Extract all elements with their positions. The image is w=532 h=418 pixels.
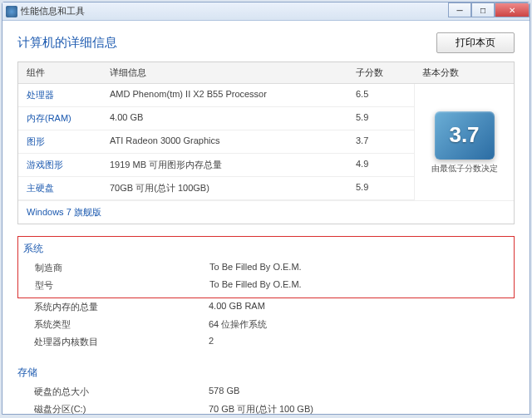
- storage-section: 存储 硬盘的总大小 578 GB 磁盘分区(C:) 70 GB 可用(总计 10…: [17, 362, 515, 414]
- system-section-cont: 系统内存的总量 4.00 GB RAM 系统类型 64 位操作系统 处理器内核数…: [17, 298, 515, 351]
- row-subscore: 5.9: [347, 107, 414, 130]
- info-row: 磁盘分区(C:) 70 GB 可用(总计 100 GB): [17, 401, 515, 414]
- app-icon: [6, 6, 17, 17]
- row-subscore: 6.5: [347, 84, 414, 106]
- info-row: 型号 To Be Filled By O.E.M.: [18, 277, 514, 294]
- titlebar: 性能信息和工具 ─ □ ✕: [2, 2, 530, 21]
- base-score-cell: 3.7 由最低子分数决定: [414, 84, 514, 200]
- info-value: 2: [209, 336, 214, 348]
- header-component: 组件: [18, 62, 101, 83]
- row-subscore: 3.7: [347, 130, 414, 153]
- row-detail: ATI Radeon 3000 Graphics: [101, 130, 347, 153]
- window: 性能信息和工具 ─ □ ✕ 计算机的详细信息 打印本页 组件 详细信息 子分数 …: [2, 2, 530, 415]
- info-value: 578 GB: [209, 386, 239, 398]
- close-button[interactable]: ✕: [495, 2, 530, 17]
- maximize-button[interactable]: □: [471, 2, 495, 17]
- row-component: 内存(RAM): [18, 107, 101, 130]
- row-detail: 70GB 可用(总计 100GB): [101, 177, 347, 199]
- info-value: 4.00 GB RAM: [209, 301, 265, 313]
- row-component: 游戏图形: [18, 154, 101, 176]
- score-row: 图形 ATI Radeon 3000 Graphics 3.7: [18, 130, 414, 154]
- score-row: 处理器 AMD Phenom(tm) II X2 B55 Processor 6…: [18, 84, 414, 107]
- info-value: 64 位操作系统: [209, 318, 267, 331]
- system-section: 系统 制造商 To Be Filled By O.E.M. 型号 To Be F…: [17, 236, 515, 298]
- info-value: To Be Filled By O.E.M.: [209, 279, 302, 292]
- score-table-body: 处理器 AMD Phenom(tm) II X2 B55 Processor 6…: [18, 84, 514, 200]
- info-label: 硬盘的总大小: [34, 386, 209, 398]
- score-rows: 处理器 AMD Phenom(tm) II X2 B55 Processor 6…: [18, 84, 414, 200]
- system-section-title: 系统: [18, 239, 514, 259]
- row-subscore: 4.9: [347, 154, 414, 176]
- info-row: 制造商 To Be Filled By O.E.M.: [18, 259, 514, 277]
- score-row: 主硬盘 70GB 可用(总计 100GB) 5.9: [18, 177, 414, 200]
- info-row: 系统内存的总量 4.00 GB RAM: [17, 298, 515, 316]
- base-score-value: 3.7: [449, 122, 479, 148]
- info-label: 型号: [35, 279, 209, 292]
- content-area: 计算机的详细信息 打印本页 组件 详细信息 子分数 基本分数 处理器 AMD P…: [2, 21, 530, 414]
- window-controls: ─ □ ✕: [448, 2, 530, 17]
- info-value: To Be Filled By O.E.M.: [209, 262, 302, 274]
- base-score-caption: 由最低子分数决定: [431, 163, 498, 174]
- score-row: 游戏图形 1919 MB 可用图形内存总量 4.9: [18, 154, 414, 177]
- minimize-button[interactable]: ─: [448, 2, 471, 17]
- score-table-header: 组件 详细信息 子分数 基本分数: [18, 62, 514, 84]
- info-row: 硬盘的总大小 578 GB: [17, 383, 515, 401]
- info-label: 系统内存的总量: [34, 301, 209, 313]
- row-detail: 4.00 GB: [101, 107, 347, 130]
- info-label: 制造商: [35, 262, 209, 274]
- print-button[interactable]: 打印本页: [436, 32, 515, 53]
- score-table: 组件 详细信息 子分数 基本分数 处理器 AMD Phenom(tm) II X…: [17, 61, 515, 224]
- info-label: 系统类型: [34, 318, 209, 331]
- page-title: 计算机的详细信息: [17, 35, 117, 51]
- row-component: 主硬盘: [18, 177, 101, 199]
- row-component: 处理器: [18, 84, 101, 106]
- score-row: 内存(RAM) 4.00 GB 5.9: [18, 107, 414, 130]
- info-label: 处理器内核数目: [34, 336, 209, 348]
- header-detail: 详细信息: [101, 62, 347, 83]
- info-row: 处理器内核数目 2: [17, 333, 515, 351]
- window-title: 性能信息和工具: [21, 5, 85, 17]
- row-component: 图形: [18, 130, 101, 153]
- info-row: 系统类型 64 位操作系统: [17, 316, 515, 333]
- info-value: 70 GB 可用(总计 100 GB): [209, 403, 313, 414]
- header-subscore: 子分数: [347, 62, 414, 83]
- row-detail: AMD Phenom(tm) II X2 B55 Processor: [101, 84, 347, 106]
- page-header: 计算机的详细信息 打印本页: [17, 32, 515, 53]
- os-row: Windows 7 旗舰版: [18, 200, 514, 224]
- header-basescore: 基本分数: [414, 62, 514, 83]
- base-score-badge: 3.7: [435, 111, 495, 160]
- row-detail: 1919 MB 可用图形内存总量: [101, 154, 347, 176]
- info-label: 磁盘分区(C:): [34, 403, 209, 414]
- row-subscore: 5.9: [347, 177, 414, 199]
- storage-section-title: 存储: [17, 362, 515, 383]
